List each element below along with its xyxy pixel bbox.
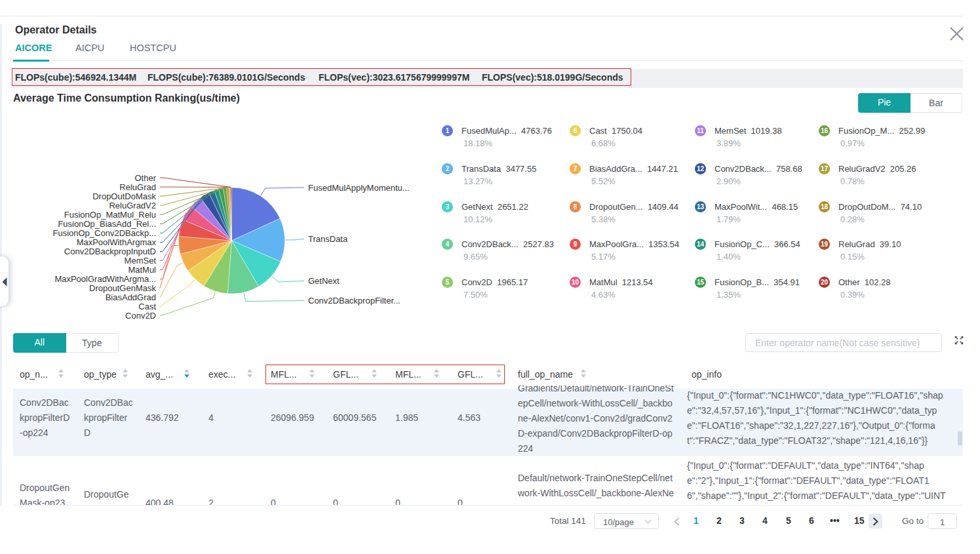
svg-text:DropOutDoMask: DropOutDoMask — [92, 191, 156, 201]
svg-text:MemSet: MemSet — [125, 256, 157, 266]
svg-text:FusionOp_BiasAdd_Rel...: FusionOp_BiasAdd_Rel... — [58, 219, 156, 229]
svg-text:FusedMulApplyMomentu...: FusedMulApplyMomentu... — [308, 183, 410, 193]
svg-text:Other: Other — [134, 173, 156, 183]
svg-text:Conv2D: Conv2D — [125, 311, 156, 321]
svg-text:Cast: Cast — [138, 302, 156, 311]
svg-text:BiasAddGrad: BiasAddGrad — [106, 292, 156, 302]
svg-text:Conv2DBackpropInputD: Conv2DBackpropInputD — [64, 247, 156, 256]
svg-text:Conv2DBackpropFilter...: Conv2DBackpropFilter... — [308, 296, 401, 306]
svg-text:TransData: TransData — [308, 234, 348, 244]
svg-text:DropoutGenMask: DropoutGenMask — [89, 283, 156, 293]
svg-text:FusionOp_MatMul_Relu: FusionOp_MatMul_Relu — [64, 210, 156, 220]
svg-text:MaxPoolWithArgmax: MaxPoolWithArgmax — [77, 237, 157, 247]
svg-text:ReluGrad: ReluGrad — [119, 182, 156, 192]
svg-text:ReluGradV2: ReluGradV2 — [109, 201, 156, 210]
svg-text:GetNext: GetNext — [308, 276, 340, 286]
svg-text:MaxPoolGradWithArgma...: MaxPoolGradWithArgma... — [54, 274, 156, 284]
svg-text:FusionOp_Conv2DBackp...: FusionOp_Conv2DBackp... — [52, 228, 156, 238]
svg-text:MatMul: MatMul — [128, 265, 156, 275]
